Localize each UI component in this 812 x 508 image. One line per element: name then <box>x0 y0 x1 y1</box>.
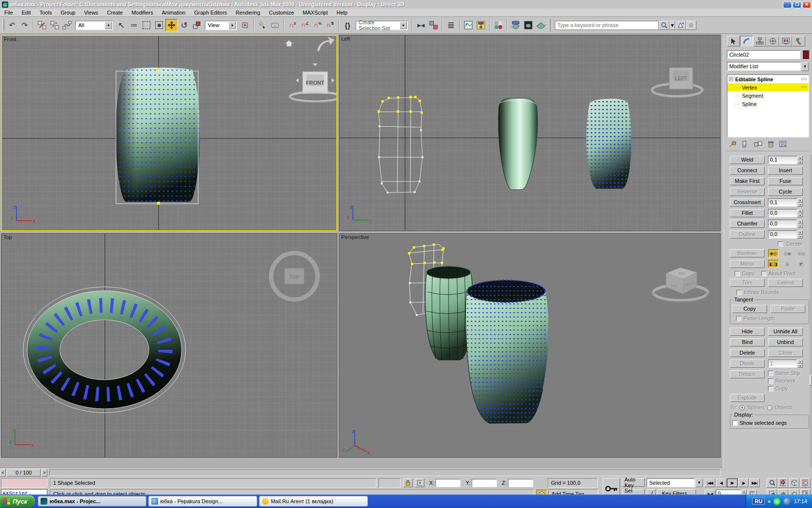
tray-icon-mail[interactable] <box>783 498 791 505</box>
explode-button[interactable]: Explode <box>730 394 765 402</box>
minimize-button[interactable]: _ <box>783 1 792 8</box>
top-compass[interactable]: TOP <box>271 253 318 299</box>
viewcube-orbit-arrow[interactable] <box>317 37 334 51</box>
language-indicator[interactable]: RU <box>752 498 765 505</box>
mirror-both-icon[interactable]: ◩ <box>796 260 807 268</box>
infinite-bounds-checkbox[interactable] <box>737 290 742 295</box>
stack-segment[interactable]: ····Segment <box>727 91 809 100</box>
weld-button[interactable]: Weld <box>730 156 765 164</box>
make-first-button[interactable]: Make First <box>730 177 765 185</box>
weld-spinner[interactable]: 0,1 ▴▾ <box>768 156 803 164</box>
fuse-button[interactable]: Fuse <box>768 177 803 185</box>
front-viewcube[interactable]: FRONT <box>285 37 336 103</box>
stack-editable-spline[interactable]: − Editable Spline ∷∷ <box>727 75 809 83</box>
menu-customize[interactable]: Customize <box>264 9 298 16</box>
boolean-button[interactable]: Boolean <box>730 249 765 257</box>
keyboard-shortcut-override-button[interactable] <box>269 19 281 31</box>
snap-toggle-3d-button[interactable]: ∩3 <box>286 19 299 31</box>
outline-spinner[interactable]: 0,0 ▴▾ <box>768 230 803 239</box>
spinner-snap-button[interactable]: ∩⇅ <box>324 19 336 31</box>
time-next-button[interactable]: > <box>42 469 47 477</box>
tab-create[interactable] <box>727 36 740 46</box>
communication-center-icon[interactable] <box>675 21 686 30</box>
go-to-start-button[interactable]: |◀◀ <box>705 478 715 487</box>
bind-button[interactable]: Bind <box>730 338 765 346</box>
left-spline-cage[interactable] <box>377 96 423 194</box>
spin-up-icon[interactable]: ▴ <box>798 156 803 160</box>
dropdown-arrow-icon[interactable]: ▼ <box>801 62 809 71</box>
menu-help[interactable]: Help <box>332 9 352 16</box>
object-name-field[interactable] <box>727 50 800 59</box>
object-color-swatch[interactable] <box>803 50 809 59</box>
dropdown-arrow-icon[interactable]: ▼ <box>229 22 236 29</box>
z-coord-field[interactable] <box>508 479 533 487</box>
menu-file[interactable]: File <box>0 9 17 16</box>
persp-viewcube[interactable]: TOP LEFT FRONT <box>653 268 708 302</box>
same-shp-checkbox[interactable] <box>768 371 773 376</box>
zoom-all-icon[interactable] <box>778 478 788 488</box>
copy-checkbox[interactable] <box>735 271 740 276</box>
zoom-icon[interactable] <box>767 478 777 488</box>
reorient-checkbox[interactable] <box>768 378 773 384</box>
chamfer-button[interactable]: Chamfer <box>730 220 765 228</box>
persp-cage-selected-vertices[interactable] <box>408 243 445 265</box>
dropdown-arrow-icon[interactable]: ▼ <box>105 22 112 29</box>
angle-snap-button[interactable]: ∩∠ <box>299 19 311 31</box>
layer-manager-button[interactable]: ≣ <box>445 19 457 31</box>
key-filter-selected-dropdown[interactable]: Selected ▼ <box>647 478 703 488</box>
close-button[interactable]: ✕ <box>802 1 811 8</box>
viewport-front[interactable]: Front <box>1 35 337 231</box>
toolbar-handle[interactable] <box>2 19 4 31</box>
toolbar-handle[interactable] <box>549 19 551 31</box>
left-cage-vertices[interactable] <box>378 125 423 194</box>
menu-views[interactable]: Views <box>80 9 102 16</box>
panel-scrollbar-thumb[interactable] <box>810 375 812 386</box>
selection-filter-dropdown[interactable]: All ▼ <box>75 21 113 30</box>
divide-spinner[interactable]: 1 ▴▾ <box>768 359 803 368</box>
stack-spline[interactable]: ····Spline <box>727 100 809 108</box>
unlink-button[interactable] <box>48 19 61 31</box>
menu-graph-editors[interactable]: Graph Editors <box>190 9 232 16</box>
dropdown-arrow-icon[interactable]: ▼ <box>696 478 703 487</box>
select-and-link-button[interactable] <box>36 19 48 31</box>
taskbar-item-mailru[interactable]: Mail.Ru Агент (1 вкладка) <box>259 496 368 507</box>
redo-button[interactable]: ↷ <box>18 19 31 31</box>
named-selection-sets-button[interactable]: {} <box>341 19 354 31</box>
unbind-button[interactable]: Unbind <box>768 338 803 346</box>
spin-down-icon[interactable]: ▾ <box>798 160 803 164</box>
paste-length-checkbox[interactable] <box>736 316 741 321</box>
left-solid-spline-object[interactable] <box>498 98 537 190</box>
select-by-name-button[interactable]: ≔ <box>128 19 140 31</box>
viewcube-home-icon[interactable] <box>285 40 293 46</box>
time-prev-button[interactable]: < <box>0 469 6 477</box>
rendered-frame-window-button[interactable] <box>522 19 535 31</box>
tab-motion[interactable] <box>766 36 779 46</box>
make-unique-icon[interactable] <box>754 141 763 148</box>
menu-modifiers[interactable]: Modifiers <box>127 9 158 16</box>
divide-button[interactable]: Divide <box>730 359 765 368</box>
left-cage-selected-vertices[interactable] <box>377 96 423 114</box>
viewcube-arrow-up[interactable] <box>313 63 318 66</box>
curve-editor-button[interactable] <box>462 19 475 31</box>
viewcube-arrow-left[interactable] <box>296 78 299 83</box>
front-barrel-object[interactable] <box>116 68 200 202</box>
go-to-end-button[interactable]: ▶▶| <box>749 478 760 487</box>
boolean-subtract-icon[interactable]: ◎◉ <box>782 249 793 257</box>
show-selected-segs-checkbox[interactable] <box>732 420 738 426</box>
left-dotted-spline-object[interactable] <box>586 99 631 189</box>
menu-tools[interactable]: Tools <box>35 9 57 16</box>
viewport-perspective[interactable]: Perspective <box>339 233 721 458</box>
use-pivot-center-button[interactable] <box>239 19 251 31</box>
viewport-front-label[interactable]: Front <box>4 36 16 42</box>
menu-edit[interactable]: Edit <box>17 9 35 16</box>
unhide-all-button[interactable]: Unhide All <box>768 328 803 336</box>
mirror-button[interactable]: ▸◂ <box>415 19 427 31</box>
tangent-paste-button[interactable]: Paste <box>770 305 805 313</box>
fillet-spinner[interactable]: 0,0 ▴▾ <box>768 209 803 217</box>
extend-button[interactable]: Extend <box>768 279 803 287</box>
stack-vertex[interactable]: ····Vertex ∷∷ <box>727 83 809 91</box>
play-button[interactable]: ▶ <box>727 478 738 487</box>
absolute-offset-toggle-icon[interactable] <box>415 478 424 487</box>
viewport-left-label[interactable]: Left <box>341 36 350 42</box>
detach-button[interactable]: Detach <box>730 370 765 378</box>
